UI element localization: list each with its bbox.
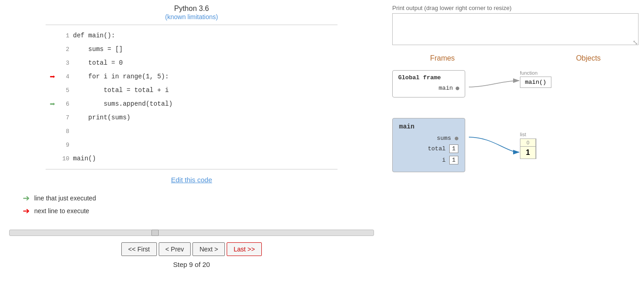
line-code-4: for i in range(1, 5): (73, 73, 169, 80)
edit-link-container: Edit this code (171, 176, 212, 184)
list-index-col: 0 1 (520, 139, 536, 159)
line-arrow-4: ➡ (46, 71, 59, 82)
code-container: 1def main():2 sums = []3 total = 0➡4 for… (46, 25, 338, 169)
resize-handle-icon[interactable]: ⤡ (633, 39, 637, 44)
main-frame-sums: sums (399, 135, 458, 142)
line-num-10: 10 (59, 155, 73, 162)
line-num-2: 2 (59, 46, 73, 53)
prev-button[interactable]: < Prev (159, 242, 191, 256)
code-line-3: 3 total = 0 (46, 56, 338, 70)
global-frame-title: Global frame (398, 74, 459, 81)
main-to-function-arrow (469, 81, 519, 87)
visualization-container: Frames Objects Global frame main fun (392, 54, 644, 200)
total-value: 1 (449, 144, 458, 153)
list-value-0: 1 (520, 147, 535, 159)
line-num-8: 8 (59, 128, 73, 135)
main-frame-i: i 1 (399, 156, 458, 164)
python-version: Python 3.6 (165, 5, 218, 13)
global-frame: Global frame main (392, 70, 465, 97)
slider-thumb[interactable] (151, 230, 159, 236)
line-code-5: total = total + i (73, 87, 169, 94)
line-code-1: def main(): (73, 32, 115, 39)
legend-red: ➔ next line to execute (23, 206, 96, 216)
frames-title: Frames (430, 54, 455, 62)
legend-green: ➔ line that just executed (23, 193, 96, 203)
function-object: function main() (520, 70, 551, 88)
slider-track[interactable] (9, 230, 374, 236)
edit-code-link[interactable]: Edit this code (171, 176, 212, 184)
total-label: total (428, 145, 446, 152)
right-panel: Print output (drag lower right corner to… (383, 0, 644, 292)
line-code-3: total = 0 (73, 59, 123, 67)
slider-container (9, 230, 374, 236)
line-code-7: print(sums) (73, 114, 130, 121)
main-frame-total: total 1 (399, 144, 458, 153)
next-button[interactable]: Next > (192, 242, 225, 256)
print-output-label: Print output (drag lower right corner to… (392, 5, 644, 11)
code-line-8: 8 (46, 124, 338, 138)
line-num-6: 6 (59, 101, 73, 108)
code-line-9: 9 (46, 138, 338, 152)
navigation-buttons: << First < Prev Next > Last >> (121, 242, 262, 256)
objects-title: Objects (576, 54, 601, 62)
global-main-var: main (439, 85, 453, 92)
list-object: list 0 1 (520, 132, 536, 159)
step-label: Step 9 of 20 (173, 261, 210, 268)
main-frame: main sums total 1 i 1 (392, 118, 465, 172)
i-value: 1 (449, 156, 458, 164)
line-num-5: 5 (59, 87, 73, 94)
list-obj-box: 0 1 (520, 138, 536, 159)
line-arrow-6: ➡ (46, 98, 59, 110)
legend-container: ➔ line that just executed ➔ next line to… (23, 193, 96, 219)
sums-dot (455, 137, 458, 140)
code-line-6: ➡6 sums.append(total) (46, 97, 338, 111)
code-line-4: ➡4 for i in range(1, 5): (46, 70, 338, 83)
code-line-5: 5 total = total + i (46, 83, 338, 97)
list-index-0: 0 (520, 139, 535, 147)
sums-to-list-arrow (469, 137, 519, 152)
sums-label: sums (437, 135, 451, 142)
print-output-box[interactable]: ⤡ (392, 13, 639, 45)
line-code-2: sums = [] (73, 46, 123, 53)
function-type-label: function (520, 70, 551, 76)
function-obj-name: main() (525, 79, 546, 86)
red-arrow-icon: ➔ (23, 206, 30, 216)
line-num-9: 9 (59, 142, 73, 149)
code-line-2: 2 sums = [] (46, 42, 338, 56)
green-arrow-icon: ➔ (23, 193, 30, 203)
global-frame-main-row: main (398, 85, 459, 92)
main-frame-title: main (399, 123, 458, 130)
code-line-10: 10main() (46, 152, 338, 165)
line-num-3: 3 (59, 60, 73, 67)
line-num-4: 4 (59, 73, 73, 80)
global-main-dot (456, 87, 459, 90)
code-line-1: 1def main(): (46, 29, 338, 42)
code-line-7: 7 print(sums) (46, 111, 338, 124)
line-code-6: sums.append(total) (73, 100, 172, 108)
last-button[interactable]: Last >> (227, 242, 262, 256)
legend-red-label: next line to execute (34, 207, 89, 215)
line-num-7: 7 (59, 114, 73, 121)
line-code-10: main() (73, 155, 96, 162)
line-num-1: 1 (59, 32, 73, 39)
function-obj-box: main() (520, 77, 551, 88)
i-label: i (442, 157, 446, 164)
known-limitations-link[interactable]: (known limitations) (165, 13, 218, 20)
first-button[interactable]: << First (121, 242, 156, 256)
legend-green-label: line that just executed (34, 195, 96, 202)
list-type-label: list (520, 132, 536, 137)
code-header: Python 3.6 (known limitations) (165, 5, 218, 21)
